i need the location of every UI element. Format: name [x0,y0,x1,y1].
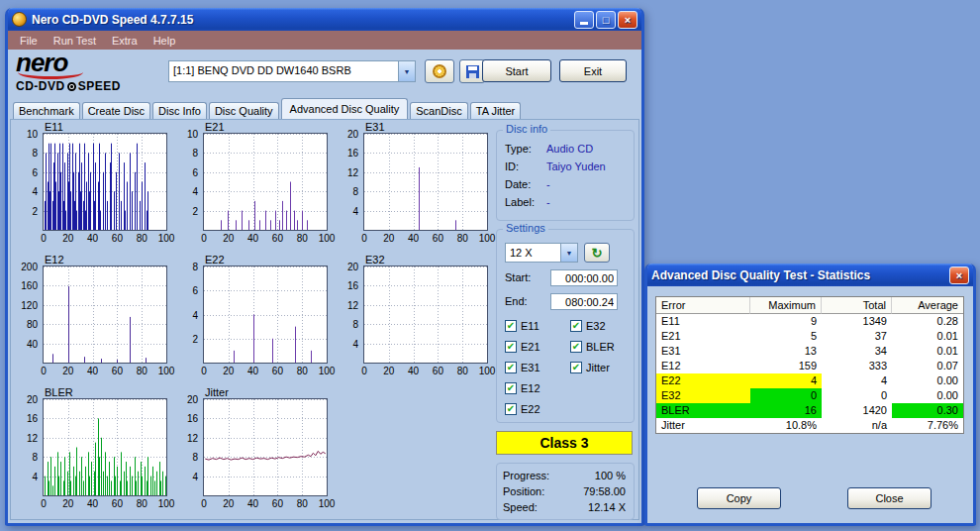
maximize-button[interactable]: □ [596,11,616,29]
stats-cell-maximum: 16 [750,403,822,418]
info-value: - [546,196,550,208]
stats-row[interactable]: E22440.00 [656,373,963,388]
checkbox-e31[interactable]: ✔E31 [505,361,540,374]
x-axis-labels: 020406080100 [43,498,167,510]
stats-row[interactable]: E215370.01 [656,329,963,344]
stats-row[interactable]: E3113340.01 [656,344,963,359]
checkbox-jitter[interactable]: ✔Jitter [570,361,610,374]
advanced-disc-quality-page: E11108642020406080100E211086420204060801… [10,119,639,520]
stats-cell-average: 7.76% [892,418,963,433]
start-time-field[interactable] [550,269,618,286]
stats-close-action-button[interactable]: Close [847,487,931,509]
chevron-down-icon[interactable]: ▼ [560,244,577,262]
logo-sub2: SPEED [78,79,121,93]
stats-row[interactable]: BLER1614200.30 [656,403,963,418]
copy-button[interactable]: Copy [697,487,781,509]
tab-disc-info[interactable]: Disc Info [152,102,207,119]
end-time-field[interactable] [550,293,618,310]
save-icon [466,65,479,78]
stats-row[interactable]: E32000.00 [656,388,963,403]
stats-cell-error: E11 [656,314,750,329]
drive-select[interactable]: [1:1] BENQ DVD DD DW1640 BSRB ▼ [168,60,416,82]
y-axis-labels: 108642 [173,133,201,229]
checkbox-e12[interactable]: ✔E12 [505,381,540,395]
menu-extra[interactable]: Extra [104,33,146,49]
y-axis-labels: 20161284 [334,266,361,362]
tab-benchmark[interactable]: Benchmark [13,102,80,119]
close-button[interactable]: × [618,11,637,29]
progress-label: Speed: [503,501,538,513]
chart-title: E22 [205,254,225,266]
checkbox-e11[interactable]: ✔E11 [505,319,539,333]
refresh-button[interactable]: ↻ [584,243,610,263]
y-axis-labels: 20161284 [13,398,41,494]
stats-row[interactable]: Jitter10.8%n/a7.76% [656,418,963,433]
statistics-table: ErrorMaximumTotalAverageE11913490.28E215… [655,296,964,434]
stats-cell-total: 0 [822,388,892,403]
minimize-button[interactable] [574,11,594,29]
start-button[interactable]: Start [482,59,551,82]
chart-e11: E11108642020406080100 [13,122,171,253]
maximize-icon: □ [603,14,610,26]
tab-create-disc[interactable]: Create Disc [82,102,150,119]
stats-cell-average: 0.00 [892,373,963,388]
menu-run-test[interactable]: Run Test [46,33,104,49]
checkbox-label: E32 [586,320,606,332]
disc-info-legend: Disc info [503,123,550,135]
checkbox-e21[interactable]: ✔E21 [505,340,540,354]
y-axis-labels: 108642 [13,133,41,229]
checkbox-label: E31 [521,362,540,373]
plot-area [43,398,167,496]
stats-header-error: Error [656,297,750,314]
checkbox-checked-icon: ✔ [505,403,517,415]
plot-area [203,266,328,364]
progress-row: Speed:12.14 X [503,501,626,516]
disc-info-group: Disc info Type:Audio CDID:Taiyo YudenDat… [496,130,635,221]
stats-titlebar[interactable]: Advanced Disc Quality Test - Statistics … [647,264,973,286]
main-titlebar[interactable]: Nero CD-DVD Speed 4.7.7.15 □ × [8,8,641,31]
x-axis-labels: 020406080100 [203,498,328,510]
stats-header-average: Average [892,297,963,314]
logo-subtitle: CD-DVD SPEED [16,79,164,93]
stats-row[interactable]: E11913490.28 [656,314,963,329]
toolbar: nero CD-DVD SPEED [1:1] BENQ DVD DD DW16… [8,50,641,95]
stats-cell-total: n/a [822,418,892,433]
settings-group: Settings 12 X ▼ ↻ Start: End: ✔E11✔E21✔E… [496,229,635,423]
checkbox-bler[interactable]: ✔BLER [570,340,615,354]
progress-label: Progress: [503,470,549,481]
quality-class-badge: Class 3 [496,431,633,455]
checkbox-checked-icon: ✔ [505,362,517,373]
burn-button[interactable] [425,59,454,83]
chart-e21: E21108642020406080100 [173,122,332,253]
plot-area [203,133,328,231]
stats-close-button[interactable]: × [949,266,969,284]
logo-sub1: CD-DVD [16,79,65,93]
stats-cell-error: E12 [656,359,750,373]
tab-ta-jitter[interactable]: TA Jitter [470,102,522,119]
progress-group: Progress:100 %Position:79:58.00Speed:12.… [496,463,635,520]
tab-advanced-disc-quality[interactable]: Advanced Disc Quality [281,98,409,119]
checkbox-e22[interactable]: ✔E22 [505,402,540,416]
plot-area [203,398,328,496]
stats-row[interactable]: E121593330.07 [656,359,963,373]
stats-cell-average: 0.30 [892,403,963,418]
progress-value: 12.14 X [588,501,626,513]
menu-file[interactable]: File [12,33,46,49]
x-axis-labels: 020406080100 [203,366,328,377]
speed-select[interactable]: 12 X ▼ [505,243,578,263]
charts-grid: E11108642020406080100E211086420204060801… [13,122,494,520]
minimize-icon [580,22,588,25]
tab-scandisc[interactable]: ScanDisc [410,102,467,119]
settings-legend: Settings [503,222,548,234]
menu-help[interactable]: Help [146,33,184,49]
checkbox-e32[interactable]: ✔E32 [570,319,606,333]
checkbox-checked-icon: ✔ [570,341,582,353]
exit-button[interactable]: Exit [559,59,627,82]
disc-info-row: Type:Audio CD [505,143,634,159]
checkbox-checked-icon: ✔ [505,341,517,353]
info-label: Date: [505,178,531,190]
tab-disc-quality[interactable]: Disc Quality [209,102,279,119]
chart-e12: E122001601208040020406080100 [13,255,171,385]
chevron-down-icon[interactable]: ▼ [398,61,415,81]
stats-header-maximum: Maximum [750,297,822,314]
